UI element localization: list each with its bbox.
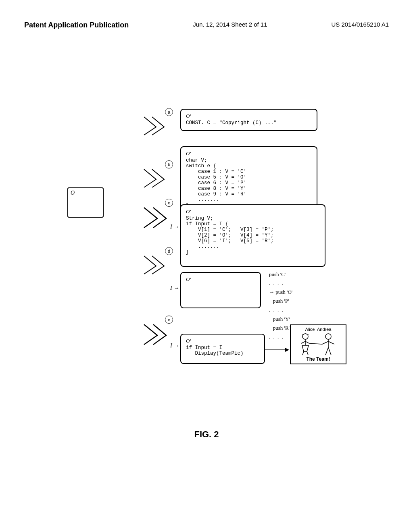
left-box-label: O [71, 190, 75, 196]
team-names: Alice Andrea [293, 327, 343, 332]
box-d-label: O' [186, 276, 255, 283]
box-b-label: O' [186, 150, 312, 157]
circle-d: d [165, 247, 173, 255]
push-c-label: push 'C' [269, 270, 292, 279]
arrow-to-team [265, 344, 289, 356]
svg-line-11 [307, 351, 308, 355]
code-box-b: O' char V; switch e { case 1 : V = 'C' c… [180, 146, 317, 213]
svg-line-3 [302, 334, 303, 335]
box-a-label: O' [186, 113, 312, 119]
left-o-box: O [67, 187, 104, 218]
dots3: . . . . [269, 332, 292, 341]
push-labels: push 'C' . . . . → push 'O' push 'P' . .… [269, 270, 292, 341]
svg-marker-1 [285, 348, 289, 352]
header: Patent Application Publication Jun. 12, … [0, 0, 413, 38]
page: Patent Application Publication Jun. 12, … [0, 0, 413, 532]
push-r-label: push 'R' [269, 324, 292, 332]
arrow-a [142, 113, 168, 137]
code-box-d: O' [180, 272, 261, 308]
box-c-label: O' [186, 208, 320, 215]
code-box-a: O' CONST. C = "Copyright (C) ..." [180, 109, 317, 131]
svg-line-14 [322, 341, 328, 344]
arrow-e [142, 320, 168, 347]
arrow-right-e: → [174, 343, 179, 349]
i-label-d: I [170, 285, 172, 291]
circle-e: e [165, 316, 173, 324]
header-left: Patent Application Publication [24, 20, 129, 30]
svg-line-18 [309, 343, 322, 344]
svg-line-10 [302, 351, 304, 355]
arrow-b-container: b [142, 165, 168, 189]
push-y-label: push 'Y' [269, 315, 292, 324]
box-c-code: String V; if Input = I { V[1] = 'C'; V[3… [186, 216, 320, 255]
circle-a: a [165, 108, 173, 116]
circle-b: b [165, 160, 173, 168]
team-figures-svg [298, 333, 338, 355]
box-e-label: O' [186, 338, 259, 344]
box-a-code: CONST. C = "Copyright (C) ..." [186, 120, 312, 126]
arrow-a-container: a [142, 113, 168, 137]
header-right: US 2014/0165210 A1 [331, 20, 389, 29]
i-arrow-e: I → [170, 343, 179, 349]
arrow-c [142, 204, 168, 230]
header-center: Jun. 12, 2014 Sheet 2 of 11 [193, 20, 267, 29]
svg-line-16 [325, 347, 328, 355]
arrow-d-container: d [142, 252, 168, 276]
circle-c: c [165, 199, 173, 207]
i-arrow-d: I → [170, 285, 179, 291]
box-e-code: if Input = I Display(TeamPic) [186, 345, 259, 356]
box-b-code: char V; switch e { case 1 : V = 'C' case… [186, 158, 312, 208]
arrow-e-container: e [142, 320, 168, 347]
push-o-arrow: → push 'O' [269, 288, 292, 297]
svg-line-15 [328, 341, 334, 344]
push-p-label: push 'P' [269, 297, 292, 305]
arrow-b [142, 165, 168, 189]
i-arrow-c: I → [170, 224, 179, 230]
dots2: . . . . [269, 306, 292, 315]
dots1: . . . . [269, 279, 292, 288]
svg-point-2 [302, 334, 308, 339]
svg-line-7 [301, 341, 305, 343]
arrow-right-c: → [174, 224, 179, 230]
team-box: Alice Andrea [290, 324, 346, 364]
svg-marker-9 [302, 345, 309, 351]
svg-line-8 [305, 341, 309, 343]
arrow-d [142, 252, 168, 276]
code-box-c: O' String V; if Input = I { V[1] = 'C'; … [180, 204, 325, 267]
team-caption: The Team! [293, 356, 343, 362]
i-label-e: I [170, 343, 172, 349]
svg-line-5 [308, 334, 309, 335]
arrow-c-container: c [142, 204, 168, 230]
svg-line-17 [328, 347, 331, 355]
diagram-area: O a b c [55, 54, 398, 437]
i-label-c: I [170, 224, 172, 230]
team-figures [293, 333, 343, 355]
svg-point-12 [325, 334, 331, 339]
arrow-right-d: → [174, 285, 179, 291]
code-box-e: O' if Input = I Display(TeamPic) [180, 334, 265, 364]
